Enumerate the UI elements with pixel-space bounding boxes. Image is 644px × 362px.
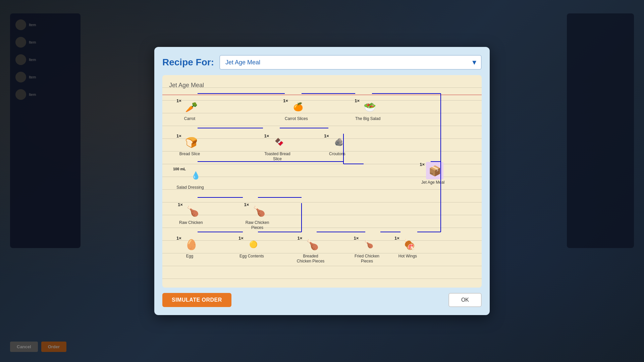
dropdown-container[interactable]: Jet Age Meal ▼ [219,55,482,70]
label-egg: Egg [186,254,193,259]
label-croutons: Croutons [329,152,345,157]
node-egg-contents: 1× 🟡 Egg Contents [239,236,264,259]
icon-carrot-slices: 🍊 [289,98,307,116]
recipe-name-label: Jet Age Meal [169,82,475,89]
icon-the-big-salad: 🥗 [361,98,378,116]
label-hot-wings: Hot Wings [398,254,417,259]
qty-carrot: 1× [176,98,181,103]
label-egg-contents: Egg Contents [239,254,264,259]
node-raw-chicken-pieces: 1× 🍗 Raw Chicken Pieces [242,202,272,230]
node-jet-age-meal: 1× 📦 Jet Age Meal [421,162,444,185]
qty-raw-chicken: 1× [178,202,183,207]
icon-carrot: 🥕 [183,98,200,116]
simulate-order-button[interactable]: SIMULATE ORDER [162,293,231,307]
node-croutons: 1× 🪨 Croutons [327,133,348,157]
qty-raw-chicken-pieces: 1× [244,202,249,207]
icon-breaded-chicken: 🍗 [304,236,321,253]
label-toasted-bread: Toasted Bread Slice [262,152,292,162]
red-rule-line [162,95,482,95]
recipe-graph: 1× 🥕 Carrot 1× 🍊 Carrot Slices [169,92,475,288]
qty-carrot-slices: 1× [283,98,288,103]
label-breaded-chicken: Breaded Chicken Pieces [296,254,326,264]
recipe-for-title: Recipe For: [162,57,214,68]
label-bread-slice: Bread Slice [179,152,200,157]
modal-header: Recipe For: Jet Age Meal ▼ [162,55,482,70]
label-salad-dressing: Salad Dressing [176,185,204,190]
icon-raw-chicken: 🍗 [184,202,202,220]
label-jet-age-meal: Jet Age Meal [421,180,444,185]
node-breaded-chicken: 1× 🍗 Breaded Chicken Pieces [296,236,326,264]
qty-egg-contents: 1× [238,236,244,241]
node-toasted-bread: 1× 🍫 Toasted Bread Slice [262,133,292,162]
node-salad-dressing: 100 mL 💧 Salad Dressing [176,167,205,190]
node-bread-slice: 1× 🍞 Bread Slice [179,133,200,157]
icon-croutons: 🪨 [330,133,348,151]
icon-salad-dressing: 💧 [187,167,205,184]
label-carrot-slices: Carrot Slices [285,116,308,121]
label-carrot: Carrot [184,116,195,121]
recipe-dropdown[interactable]: Jet Age Meal [219,55,482,70]
node-carrot: 1× 🥕 Carrot [179,98,200,121]
qty-fried-chicken: 1× [354,236,359,241]
icon-hot-wings: 🍖 [401,236,418,253]
qty-salad-dressing: 100 mL [173,167,186,171]
qty-egg: 1× [176,236,181,241]
recipe-modal: Recipe For: Jet Age Meal ▼ Jet Age Meal [154,47,490,315]
node-fried-chicken: 1× 🍗 Fried Chicken Pieces [352,236,382,264]
label-raw-chicken-pieces: Raw Chicken Pieces [242,220,272,230]
label-fried-chicken: Fried Chicken Pieces [352,254,382,264]
qty-toasted-bread: 1× [264,133,269,138]
icon-raw-chicken-pieces: 🍗 [250,202,268,220]
node-raw-chicken: 1× 🍗 Raw Chicken [179,202,203,225]
node-the-big-salad: 1× 🥗 The Big Salad [355,98,380,121]
qty-hot-wings: 1× [394,236,399,241]
qty-jet-age-meal: 1× [420,162,425,167]
ok-button[interactable]: OK [448,293,482,307]
label-raw-chicken: Raw Chicken [179,220,203,225]
node-egg: 1× 🥚 Egg [179,236,200,259]
icon-toasted-bread: 🍫 [270,133,288,151]
qty-bread-slice: 1× [176,133,181,138]
icon-bread-slice: 🍞 [183,133,200,151]
node-carrot-slices: 1× 🍊 Carrot Slices [285,98,308,121]
node-hot-wings: 1× 🍖 Hot Wings [397,236,418,259]
icon-jet-age-meal: 📦 [426,162,443,179]
modal-backdrop: Recipe For: Jet Age Meal ▼ Jet Age Meal [0,0,644,362]
qty-breaded-chicken: 1× [298,236,303,241]
qty-the-big-salad: 1× [355,98,360,103]
icon-egg-contents: 🟡 [245,236,262,253]
icon-fried-chicken: 🍗 [360,236,377,253]
recipe-content-area: Jet Age Meal [162,75,482,288]
icon-egg: 🥚 [183,236,200,253]
qty-croutons: 1× [324,133,329,138]
modal-footer: SIMULATE ORDER OK [162,293,482,307]
label-the-big-salad: The Big Salad [355,116,380,121]
